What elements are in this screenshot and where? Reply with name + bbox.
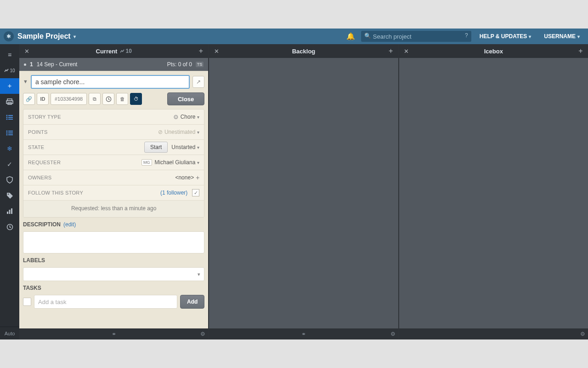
story-delete-icon[interactable]: 🗑 bbox=[116, 93, 128, 105]
field-requester[interactable]: REQUESTER MG Michael Giuliana ▾ bbox=[23, 155, 204, 170]
story-expand-icon[interactable]: ↗ bbox=[192, 76, 204, 88]
svg-point-13 bbox=[6, 134, 8, 136]
svg-rect-12 bbox=[8, 132, 13, 133]
svg-rect-14 bbox=[8, 134, 13, 135]
tasks-header: TASKS bbox=[23, 285, 204, 291]
panel-current-add-icon[interactable]: + bbox=[196, 47, 205, 55]
description-textarea[interactable] bbox=[23, 231, 204, 253]
requested-time-label: Requested: less than a minute ago bbox=[23, 201, 204, 217]
project-name-label: Sample Project bbox=[17, 32, 71, 40]
search-input-wrap: 🔍 ? bbox=[361, 31, 471, 42]
requester-avatar: MG bbox=[141, 159, 152, 166]
panel-icebox-add-icon[interactable]: + bbox=[576, 47, 585, 55]
panel-icebox-close-icon[interactable]: ✕ bbox=[402, 48, 411, 55]
help-updates-menu[interactable]: HELP & UPDATES bbox=[475, 33, 536, 40]
logo-icon[interactable]: ✱ bbox=[4, 31, 14, 41]
description-edit-link[interactable]: (edit) bbox=[63, 221, 76, 228]
svg-point-11 bbox=[6, 132, 8, 134]
search-input[interactable] bbox=[361, 31, 471, 42]
panel-backlog-settings-icon[interactable]: ⚙ bbox=[390, 331, 396, 337]
iteration-badge: TS bbox=[196, 62, 204, 67]
panel-backlog-add-icon[interactable]: + bbox=[386, 47, 396, 55]
project-selector[interactable]: Sample Project bbox=[17, 32, 76, 40]
follower-count[interactable]: (1 follower) bbox=[160, 190, 187, 196]
search-help-icon[interactable]: ? bbox=[465, 32, 468, 39]
sidebar-shield-icon[interactable] bbox=[0, 172, 19, 188]
labels-header: LABELS bbox=[23, 257, 204, 264]
iteration-points: Pts: 0 of 0 bbox=[167, 61, 192, 68]
story-toolbar: 🔗 ID #103364998 ⧉ 🗑 ⏱ Close bbox=[23, 92, 204, 105]
task-input[interactable] bbox=[34, 295, 177, 309]
add-owner-icon[interactable]: + bbox=[196, 174, 199, 181]
svg-point-7 bbox=[6, 119, 8, 120]
story-title-input[interactable] bbox=[31, 75, 190, 89]
svg-point-15 bbox=[7, 193, 8, 194]
sidebar-hamburger-icon[interactable]: ≡ bbox=[0, 47, 19, 63]
panel-backlog-title: Backlog bbox=[221, 48, 386, 55]
field-owners[interactable]: OWNERS <none> + bbox=[23, 170, 204, 185]
panel-current: ✕ Current 10 + 1 14 Sep - Current Pts: 0… bbox=[19, 44, 208, 339]
story-id-value[interactable]: #103364998 bbox=[51, 93, 87, 105]
field-points[interactable]: POINTS ⊘ Unestimated ▾ bbox=[23, 125, 204, 140]
description-header: DESCRIPTION (edit) bbox=[23, 221, 204, 228]
svg-rect-17 bbox=[9, 210, 11, 214]
story-history-icon[interactable] bbox=[102, 93, 114, 105]
svg-rect-6 bbox=[8, 117, 13, 118]
iteration-dot-icon bbox=[24, 63, 26, 66]
sidebar-tag-icon[interactable] bbox=[0, 188, 19, 203]
unestimated-icon: ⊘ bbox=[158, 129, 163, 135]
sidebar-velocity-button[interactable]: 10 bbox=[0, 63, 19, 78]
panel-current-title: Current 10 bbox=[31, 48, 196, 55]
follow-checkbox[interactable]: ✓ bbox=[192, 189, 199, 196]
field-story-type[interactable]: STORY TYPE ⚙ Chore ▾ bbox=[23, 109, 204, 125]
panel-current-link-icon[interactable]: ⚭ bbox=[112, 331, 116, 337]
svg-rect-18 bbox=[11, 208, 12, 214]
sidebar-check-icon[interactable]: ✓ bbox=[0, 156, 19, 172]
svg-point-9 bbox=[6, 131, 8, 132]
panel-backlog: ✕ Backlog + ⚭ ⚙ bbox=[209, 44, 398, 339]
story-close-button[interactable]: Close bbox=[167, 92, 204, 105]
field-state: STATE Start Unstarted ▾ bbox=[23, 140, 204, 155]
topbar: ✱ Sample Project 🔔 🔍 ? HELP & UPDATES US… bbox=[0, 29, 588, 44]
svg-rect-1 bbox=[6, 101, 13, 104]
svg-rect-10 bbox=[8, 131, 13, 132]
svg-rect-16 bbox=[7, 212, 8, 214]
state-dropdown[interactable]: Unstarted ▾ bbox=[171, 144, 199, 150]
svg-rect-4 bbox=[8, 115, 13, 116]
notifications-icon[interactable]: 🔔 bbox=[345, 32, 357, 40]
iteration-number: 1 bbox=[30, 61, 33, 68]
panel-icebox-settings-icon[interactable]: ⚙ bbox=[580, 331, 585, 337]
story-clone-icon[interactable]: ⧉ bbox=[89, 93, 101, 105]
story-card: ▼ ↗ 🔗 ID #103364998 ⧉ 🗑 ⏱ bbox=[19, 71, 208, 328]
panel-current-settings-icon[interactable]: ⚙ bbox=[200, 331, 205, 337]
sidebar-add-button[interactable]: ＋ bbox=[0, 78, 19, 94]
sidebar-snowflake-icon[interactable]: ❄ bbox=[0, 141, 19, 156]
left-sidebar: ≡ 10 ＋ ❄ ✓ bbox=[0, 44, 19, 339]
sidebar-auto-label[interactable]: Auto bbox=[0, 327, 19, 339]
sidebar-clock-icon[interactable] bbox=[0, 219, 19, 235]
sidebar-chart-icon[interactable] bbox=[0, 203, 19, 219]
svg-point-5 bbox=[6, 117, 8, 118]
panel-icebox-title: Icebox bbox=[411, 48, 576, 55]
panel-backlog-link-icon[interactable]: ⚭ bbox=[301, 331, 306, 337]
task-checkbox[interactable] bbox=[23, 298, 31, 306]
story-link-icon[interactable]: 🔗 bbox=[23, 93, 35, 105]
gear-icon: ⚙ bbox=[173, 114, 179, 121]
iteration-header: 1 14 Sep - Current Pts: 0 of 0 TS bbox=[19, 58, 208, 71]
panel-backlog-close-icon[interactable]: ✕ bbox=[212, 48, 221, 55]
sidebar-list-icon-2[interactable] bbox=[0, 125, 19, 141]
iteration-range: 14 Sep - Current bbox=[37, 61, 78, 68]
task-add-button[interactable]: Add bbox=[180, 295, 204, 309]
svg-point-3 bbox=[6, 115, 8, 116]
user-menu[interactable]: USERNAME bbox=[539, 33, 584, 40]
start-button[interactable]: Start bbox=[144, 142, 168, 153]
panel-current-close-icon[interactable]: ✕ bbox=[22, 48, 31, 55]
field-follow: FOLLOW THIS STORY (1 follower) ✓ bbox=[23, 185, 204, 201]
sidebar-list-icon-1[interactable] bbox=[0, 109, 19, 125]
story-collapse-icon[interactable]: ▼ bbox=[23, 79, 28, 84]
svg-rect-8 bbox=[8, 119, 13, 120]
story-fields: STORY TYPE ⚙ Chore ▾ POINTS ⊘ Unestimate… bbox=[23, 109, 204, 218]
labels-select[interactable]: ▾ bbox=[23, 267, 204, 281]
story-timer-icon[interactable]: ⏱ bbox=[130, 93, 142, 105]
sidebar-print-icon[interactable] bbox=[0, 94, 19, 109]
